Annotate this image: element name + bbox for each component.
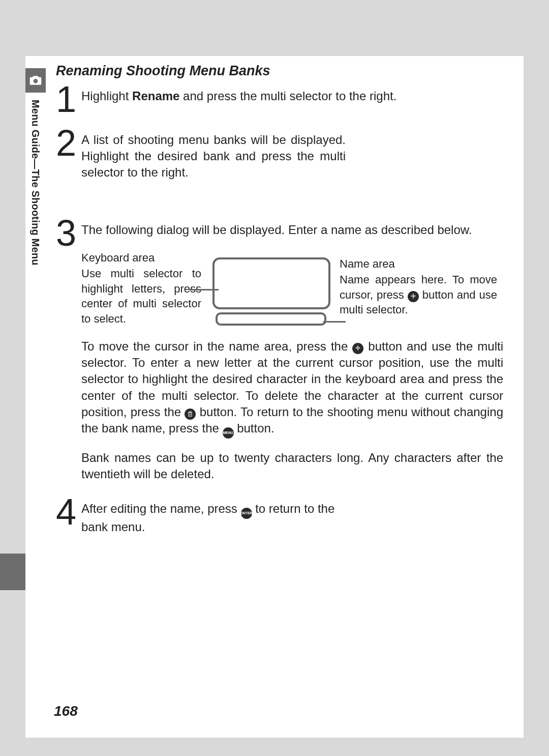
keyboard-area-box [212, 257, 330, 309]
keyboard-area-caption: Keyboard area Use multi selector to high… [81, 250, 201, 326]
step-3-paragraph-2: Bank names can be up to twenty character… [81, 450, 503, 482]
keyboard-area-title: Keyboard area [81, 250, 201, 265]
dialog-mockup [208, 250, 332, 326]
step-number: 1 [56, 81, 75, 118]
trash-icon [185, 409, 196, 420]
step-2: 2 A list of shooting menu banks will be … [56, 132, 503, 181]
text: and press the multi selector to the righ… [179, 89, 396, 103]
name-area-title: Name area [340, 256, 497, 271]
leader-line [323, 321, 346, 323]
step-3-intro: The following dialog will be displayed. … [81, 222, 503, 238]
name-area-caption: Name area Name appears here. To move cur… [340, 250, 497, 317]
enter-icon: ENTER [241, 508, 252, 519]
step-4: 4 After editing the name, press ENTER to… [56, 501, 503, 535]
side-section-label: Menu Guide—The Shooting Menu [29, 100, 41, 266]
name-area-text: Name appears here. To move cursor, press… [340, 272, 497, 317]
side-tab: Menu Guide—The Shooting Menu [25, 56, 49, 565]
leader-line [189, 289, 219, 290]
page-number: 168 [54, 703, 78, 719]
thumb-tab [0, 554, 25, 590]
page-content: Renaming Shooting Menu Banks 1 Highlight… [56, 63, 503, 554]
menu-icon: MENU [223, 427, 234, 439]
step-1: 1 Highlight Rename and press the multi s… [56, 88, 503, 104]
camera-icon [25, 68, 46, 93]
move-cursor-icon [352, 343, 363, 354]
step-number: 2 [56, 125, 75, 161]
step-4-text: After editing the name, press ENTER to r… [81, 501, 346, 535]
step-number: 4 [56, 493, 75, 530]
section-title: Renaming Shooting Menu Banks [56, 63, 503, 79]
step-3-paragraph-1: To move the cursor in the name area, pre… [81, 338, 503, 438]
step-3: 3 The following dialog will be displayed… [56, 222, 503, 482]
step-number: 3 [56, 215, 75, 251]
text: Highlight [81, 89, 132, 103]
dialog-diagram: Keyboard area Use multi selector to high… [81, 250, 503, 326]
move-cursor-icon [408, 291, 419, 302]
name-area-box [216, 312, 326, 326]
text-bold: Rename [132, 89, 179, 103]
step-2-text: A list of shooting menu banks will be di… [81, 132, 346, 181]
keyboard-area-text: Use multi selector to highlight letters,… [81, 266, 201, 326]
manual-page: Menu Guide—The Shooting Menu Renaming Sh… [25, 56, 524, 738]
step-1-text: Highlight Rename and press the multi sel… [81, 88, 498, 104]
